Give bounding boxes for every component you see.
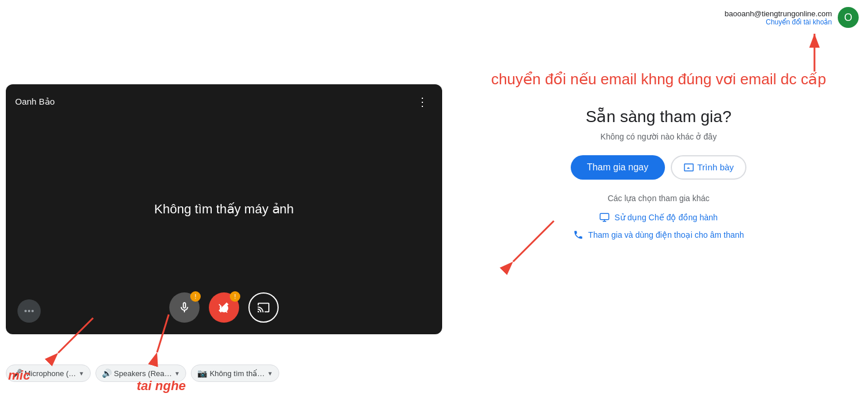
phone-audio-icon (573, 230, 584, 240)
cam-warning-badge: ! (230, 291, 240, 302)
video-more-button[interactable]: ⋮ (412, 92, 433, 111)
other-options-text: Các lựa chọn tham gia khác (607, 194, 709, 203)
svg-point-2 (24, 310, 27, 312)
join-now-button[interactable]: Tham gia ngay (571, 155, 665, 180)
video-panel: Oanh Bảo ⋮ Không tìm thấy máy ảnh ! ! (6, 84, 442, 334)
speakers-device-label: Speakers (Rea… (114, 369, 172, 378)
svg-line-10 (513, 221, 554, 262)
companion-icon (599, 212, 610, 223)
speakers-chevron-icon: ▼ (175, 370, 180, 377)
no-one-text: Không có người nào khác ở đây (600, 132, 717, 141)
present-label: Trình bày (698, 162, 734, 172)
phone-audio-label: Tham gia và dùng điện thoại cho âm thanh (588, 230, 744, 240)
account-avatar[interactable]: O (838, 7, 859, 28)
svg-line-8 (157, 314, 169, 352)
mic-device-label: Microphone (… (24, 369, 76, 378)
cam-off-icon (218, 301, 230, 314)
mic-icon (178, 301, 191, 314)
cast-icon (257, 301, 270, 314)
tai-nghe-arrow (145, 314, 198, 367)
present-button-right[interactable]: Trình bày (671, 155, 747, 180)
account-annotation-text: chuyển đổi nếu email khng đúng vơi email… (491, 70, 826, 90)
video-header: Oanh Bảo ⋮ (6, 84, 442, 119)
no-camera-text: Không tìm thấy máy ảnh (154, 202, 294, 217)
tai-nghe-annotation: tai nghe (137, 378, 186, 394)
cam-toggle-button[interactable]: ! (209, 292, 239, 323)
video-user-name: Oanh Bảo (15, 97, 55, 107)
svg-line-6 (58, 318, 93, 353)
cam-device-icon: 📷 (197, 369, 207, 378)
camera-chevron-icon: ▼ (267, 370, 273, 377)
camera-selector[interactable]: 📷 Không tìm thấ… ▼ (191, 364, 279, 382)
mic-arrow (52, 318, 99, 364)
companion-mode-link[interactable]: Sử dụng Chế độ đồng hành (599, 212, 717, 223)
present-button[interactable] (248, 292, 279, 323)
svg-point-3 (28, 310, 30, 312)
account-info: baooanh@tiengtrungonline.com Chuyển đổi … (725, 9, 833, 26)
account-email: baooanh@tiengtrungonline.com (725, 9, 833, 18)
account-area: baooanh@tiengtrungonline.com Chuyển đổi … (725, 7, 859, 28)
present-icon (684, 162, 694, 173)
mic-warning-badge: ! (190, 291, 201, 302)
join-actions: Tham gia ngay Trình bày (571, 155, 747, 180)
svg-rect-11 (600, 213, 609, 220)
camera-device-label: Không tìm thấ… (209, 369, 265, 378)
more-options-button[interactable] (17, 299, 41, 323)
account-switch[interactable]: Chuyển đổi tài khoản (725, 18, 833, 26)
speaker-device-icon: 🔊 (102, 369, 112, 378)
three-dots-icon (23, 305, 35, 317)
join-arrow (507, 221, 565, 267)
svg-point-4 (31, 310, 34, 312)
mic-annotation: mic (8, 368, 30, 383)
ready-title: Sẵn sàng tham gia? (586, 107, 732, 126)
companion-mode-label: Sử dụng Chế độ đồng hành (614, 213, 717, 222)
phone-audio-link[interactable]: Tham gia và dùng điện thoại cho âm thanh (573, 230, 744, 240)
mic-chevron-icon: ▼ (79, 370, 84, 377)
right-panel: chuyển đổi nếu email khng đúng vơi email… (449, 58, 868, 259)
